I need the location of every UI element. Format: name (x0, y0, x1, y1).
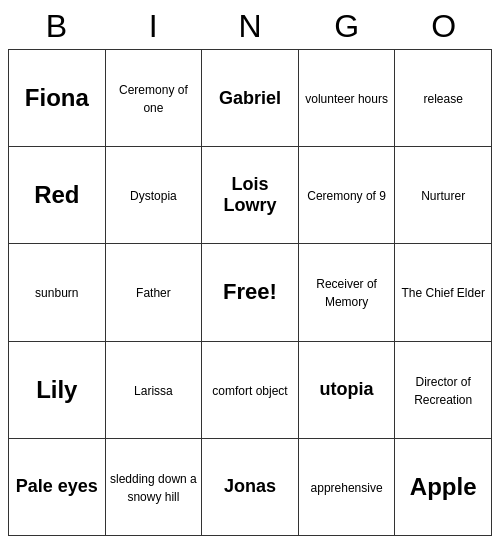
cell-r2-c1: Father (105, 244, 202, 341)
cell-r2-c2: Free! (202, 244, 299, 341)
cell-r0-c1: Ceremony of one (105, 50, 202, 147)
cell-r0-c3: volunteer hours (298, 50, 395, 147)
cell-r2-c0: sunburn (9, 244, 106, 341)
bingo-grid: FionaCeremony of oneGabrielvolunteer hou… (8, 49, 492, 536)
bingo-letter-B: B (8, 8, 105, 45)
cell-r1-c4: Nurturer (395, 147, 492, 244)
cell-r0-c4: release (395, 50, 492, 147)
cell-r1-c2: Lois Lowry (202, 147, 299, 244)
bingo-letter-N: N (202, 8, 299, 45)
cell-r4-c4: Apple (395, 438, 492, 535)
cell-r3-c0: Lily (9, 341, 106, 438)
bingo-letter-O: O (395, 8, 492, 45)
bingo-letter-G: G (298, 8, 395, 45)
cell-r4-c2: Jonas (202, 438, 299, 535)
bingo-letter-I: I (105, 8, 202, 45)
cell-r1-c3: Ceremony of 9 (298, 147, 395, 244)
cell-r3-c3: utopia (298, 341, 395, 438)
cell-r0-c2: Gabriel (202, 50, 299, 147)
bingo-title-row: BINGO (8, 8, 492, 45)
cell-r2-c4: The Chief Elder (395, 244, 492, 341)
cell-r4-c3: apprehensive (298, 438, 395, 535)
cell-r1-c0: Red (9, 147, 106, 244)
cell-r2-c3: Receiver of Memory (298, 244, 395, 341)
cell-r0-c0: Fiona (9, 50, 106, 147)
cell-r3-c4: Director of Recreation (395, 341, 492, 438)
cell-r3-c2: comfort object (202, 341, 299, 438)
cell-r4-c1: sledding down a snowy hill (105, 438, 202, 535)
cell-r1-c1: Dystopia (105, 147, 202, 244)
cell-r3-c1: Larissa (105, 341, 202, 438)
cell-r4-c0: Pale eyes (9, 438, 106, 535)
